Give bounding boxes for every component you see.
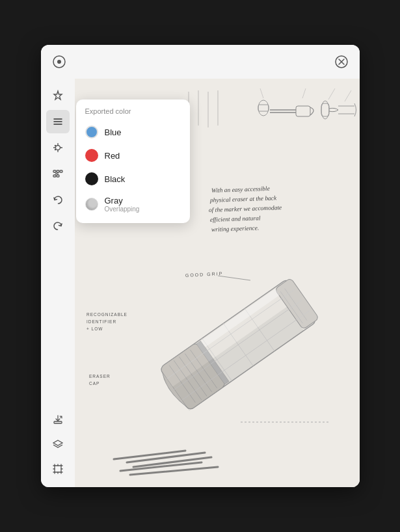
svg-text:RECOGNIZABLE: RECOGNIZABLE [87,312,127,317]
exported-color-dropdown[interactable]: Exported color Blue Red Black Gray Overl… [76,100,190,223]
back-button[interactable] [50,53,68,71]
color-swatch-gray [85,198,98,211]
svg-text:IDENTIFIER: IDENTIFIER [87,319,116,324]
sidebar-item-layers[interactable] [46,432,70,456]
svg-rect-23 [54,421,62,423]
sidebar-item-filter[interactable] [46,136,70,159]
svg-rect-16 [57,170,59,172]
app-window: With an easy accessible physical eraser … [41,45,360,487]
color-swatch-black [85,172,98,185]
svg-point-1 [57,60,61,64]
svg-point-14 [54,149,55,150]
color-sub-gray: Overlapping [105,206,140,213]
sidebar-item-undo[interactable] [46,188,70,211]
sidebar-item-redo[interactable] [46,214,70,237]
svg-rect-26 [55,466,61,472]
dropdown-item-gray[interactable]: Gray Overlapping [76,191,190,218]
svg-rect-17 [60,170,62,172]
dropdown-header: Exported color [76,105,190,120]
svg-point-13 [54,145,55,146]
svg-rect-15 [53,170,56,172]
dropdown-item-red[interactable]: Red [76,144,190,167]
svg-point-8 [55,146,60,150]
svg-text:CAP: CAP [89,381,100,386]
svg-text:+ LOW: + LOW [87,326,103,331]
close-button[interactable] [332,53,351,71]
color-label-red: Red [105,151,120,161]
svg-rect-19 [57,175,59,177]
color-swatch-blue [85,126,98,139]
color-label-gray: Gray [105,196,140,206]
sidebar-item-frames[interactable] [46,457,70,481]
sidebar-item-export[interactable] [46,408,70,431]
sidebar-item-pin[interactable] [46,84,70,107]
svg-rect-18 [53,175,56,177]
color-label-black: Black [105,174,126,184]
svg-marker-25 [53,440,62,446]
color-info-gray: Gray Overlapping [105,196,140,213]
color-label-blue: Blue [105,127,122,137]
top-bar [41,45,360,79]
sidebar-item-nodes[interactable] [46,162,70,185]
dropdown-item-blue[interactable]: Blue [76,120,190,144]
color-swatch-red [85,149,98,162]
canvas-area: With an easy accessible physical eraser … [75,79,360,487]
sidebar-item-menu[interactable] [46,110,70,133]
bottom-sidebar [41,408,75,487]
dropdown-item-black[interactable]: Black [76,167,190,191]
svg-text:ERASER: ERASER [89,374,111,379]
